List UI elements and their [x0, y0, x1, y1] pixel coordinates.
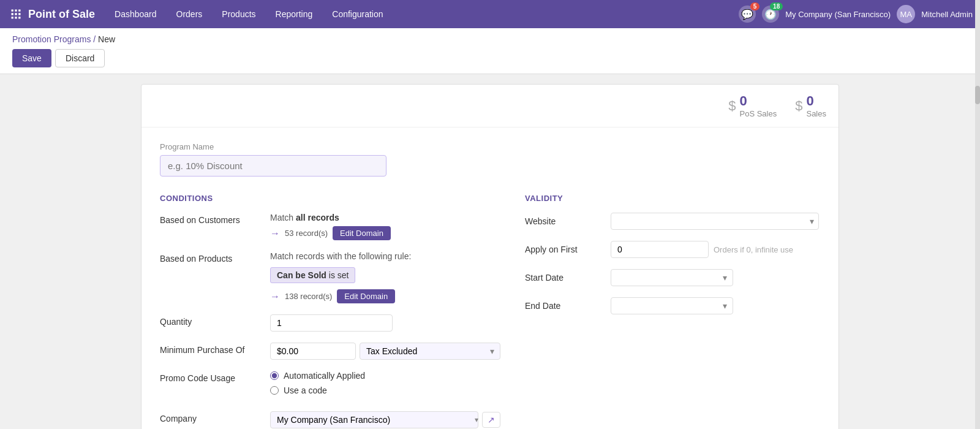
conditions-column: Conditions Based on Customers Match all … [160, 194, 500, 429]
notification-bell[interactable]: 💬 5 [739, 6, 756, 23]
avatar-initials: MA [900, 10, 912, 19]
website-value [611, 213, 820, 230]
apply-on-first-value: Orders if 0, infinite use [611, 241, 820, 258]
website-field: Website [525, 213, 820, 230]
min-purchase-field: Minimum Purchase Of Tax Excluded Tax Inc… [160, 343, 500, 360]
sales-count: 0 [806, 93, 826, 109]
end-date-input[interactable] [611, 297, 733, 314]
pos-sales-dollar-icon: $ [728, 98, 736, 114]
apply-on-first-field: Apply on First Orders if 0, infinite use [525, 241, 820, 258]
start-date-label: Start Date [525, 273, 611, 283]
product-record-count: 138 record(s) [285, 292, 332, 301]
arrow-icon: → [270, 228, 280, 239]
promo-code-label: Promo Code Usage [160, 371, 270, 383]
start-date-value [611, 269, 820, 286]
breadcrumb-current: New [98, 34, 115, 44]
sales-stat: $ 0 Sales [795, 93, 826, 118]
based-on-products-label: Based on Products [160, 251, 270, 264]
app-grid-icon[interactable] [7, 6, 24, 23]
arrow-icon-products: → [270, 291, 280, 302]
save-button[interactable]: Save [12, 49, 51, 67]
form-card: $ 0 PoS Sales $ 0 Sales Program Name [141, 84, 839, 429]
min-purchase-label: Minimum Purchase Of [160, 343, 270, 355]
based-on-products-field: Based on Products Match records with the… [160, 251, 500, 303]
avatar[interactable]: MA [897, 5, 915, 23]
min-purchase-value: Tax Excluded Tax Included [270, 343, 500, 360]
notification-count: 5 [750, 2, 760, 10]
breadcrumb-parent[interactable]: Promotion Programs [12, 34, 91, 44]
menu-configuration[interactable]: Configuration [323, 6, 391, 23]
two-column-section: Conditions Based on Customers Match all … [160, 194, 820, 429]
min-amount-input[interactable] [270, 343, 356, 360]
edit-domain-products-button[interactable]: Edit Domain [337, 289, 395, 303]
tax-select[interactable]: Tax Excluded Tax Included [360, 343, 500, 360]
main-menu: Dashboard Orders Products Reporting Conf… [106, 6, 735, 23]
form-body: Program Name Conditions Based on Custome… [141, 127, 839, 429]
menu-orders[interactable]: Orders [168, 6, 211, 23]
pos-sales-label: PoS Sales [740, 109, 777, 118]
customer-record-row: → 53 record(s) Edit Domain [270, 226, 500, 240]
program-name-input[interactable] [160, 155, 386, 177]
use-code-radio-row: Use a code [270, 385, 500, 395]
company-name: My Company (San Francisco) [785, 10, 891, 19]
auto-applied-label[interactable]: Automatically Applied [284, 371, 365, 381]
page-header: Promotion Programs / New Save Discard [0, 28, 980, 74]
auto-applied-radio-row: Automatically Applied [270, 371, 500, 381]
start-date-wrap [611, 269, 733, 286]
quantity-field: Quantity [160, 314, 500, 332]
product-record-row: → 138 record(s) Edit Domain [270, 289, 500, 303]
user-name[interactable]: Mitchell Admin [921, 10, 973, 19]
use-code-label[interactable]: Use a code [284, 385, 327, 395]
program-name-label: Program Name [160, 142, 820, 151]
edit-domain-customers-button[interactable]: Edit Domain [333, 226, 391, 240]
menu-products[interactable]: Products [213, 6, 264, 23]
pos-sales-stat: $ 0 PoS Sales [728, 93, 777, 118]
company-external-link-button[interactable]: ↗ [482, 412, 500, 428]
match-all-text: Match all records [270, 213, 500, 222]
company-label: Company [160, 411, 270, 423]
discard-button[interactable]: Discard [55, 49, 105, 67]
validity-title: Validity [525, 194, 820, 203]
based-on-customers-value: Match all records → 53 record(s) Edit Do… [270, 213, 500, 240]
can-be-sold-tag: Can be Sold is set [270, 267, 355, 283]
auto-applied-radio[interactable] [270, 371, 279, 380]
apply-on-first-row: Orders if 0, infinite use [611, 241, 820, 258]
start-date-input[interactable] [611, 269, 733, 286]
quantity-input[interactable] [270, 314, 393, 332]
can-be-sold-keyword: Can be Sold [277, 270, 326, 280]
sales-label: Sales [806, 109, 826, 118]
company-select-wrap: My Company (San Francisco) ▾ ↗ [270, 411, 500, 428]
end-date-label: End Date [525, 301, 611, 311]
menu-reporting[interactable]: Reporting [267, 6, 322, 23]
app-name: Point of Sale [28, 8, 95, 21]
breadcrumb-separator: / [93, 34, 98, 44]
based-on-products-value: Match records with the following rule: C… [270, 251, 500, 303]
apply-on-first-input[interactable] [611, 241, 709, 258]
based-on-customers-label: Based on Customers [160, 213, 270, 225]
use-code-radio[interactable] [270, 386, 279, 395]
update-icon[interactable]: 🕐 18 [762, 6, 779, 23]
menu-dashboard[interactable]: Dashboard [106, 6, 165, 23]
based-on-customers-field: Based on Customers Match all records → 5… [160, 213, 500, 240]
pos-sales-count: 0 [740, 93, 777, 109]
website-label: Website [525, 216, 611, 226]
page-actions: Save Discard [12, 49, 968, 74]
website-select[interactable] [611, 213, 819, 230]
customer-record-count: 53 record(s) [285, 229, 328, 238]
scrollbar-thumb[interactable] [975, 86, 980, 104]
stats-row: $ 0 PoS Sales $ 0 Sales [141, 85, 839, 127]
top-navigation: Point of Sale Dashboard Orders Products … [0, 0, 980, 28]
is-set-text: is set [329, 270, 349, 280]
min-purchase-row: Tax Excluded Tax Included [270, 343, 500, 360]
sales-dollar-icon: $ [795, 98, 802, 114]
match-rule-text: Match records with the following rule: [270, 251, 500, 261]
apply-on-first-label: Apply on First [525, 245, 611, 254]
company-value: My Company (San Francisco) ▾ ↗ [270, 411, 500, 428]
scrollbar-track [975, 0, 980, 429]
start-date-field: Start Date [525, 269, 820, 286]
company-select[interactable]: My Company (San Francisco) [270, 411, 478, 428]
topnav-right: 💬 5 🕐 18 My Company (San Francisco) MA M… [739, 5, 973, 23]
main-content: $ 0 PoS Sales $ 0 Sales Program Name [0, 74, 980, 429]
quantity-value [270, 314, 500, 332]
end-date-field: End Date [525, 297, 820, 314]
